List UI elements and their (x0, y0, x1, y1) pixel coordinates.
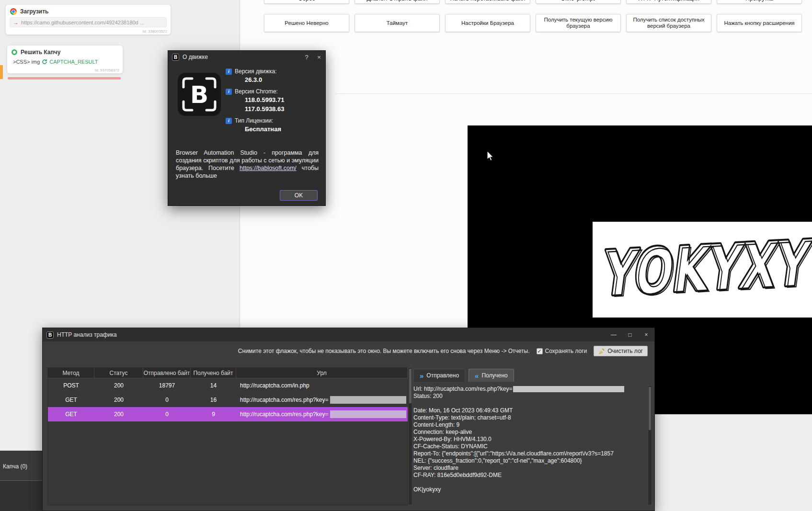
license-type-label: Тип Лицензии: (235, 117, 273, 124)
redacted-api-key (513, 386, 624, 392)
error-indicator-line (8, 77, 121, 79)
app-logo-icon: B (46, 331, 54, 339)
app-logo-icon: B (172, 54, 179, 61)
minimize-button[interactable]: — (606, 328, 622, 341)
action-id-label: Id: 937058372 (95, 68, 119, 72)
captcha-count-label: Капча (0) (3, 463, 27, 470)
column-header-sent-bytes[interactable]: Отправлено байт (143, 368, 191, 378)
clear-log-button[interactable]: Очистить лог (594, 346, 648, 356)
info-icon: i (226, 89, 232, 95)
engine-version-label: Версия движка: (235, 68, 277, 75)
tab-sent[interactable]: » Отправлено (413, 369, 465, 382)
action-id-label: Id: 338003522 (143, 29, 167, 34)
about-engine-dialog: B О движке ? × B i Версия движка: 26.3.0… (168, 50, 326, 206)
redacted-api-key (330, 410, 406, 418)
chevrons-right-icon: » (420, 372, 423, 379)
license-type-value: Бесплатная (226, 125, 321, 133)
action-block-solve-captcha[interactable]: Решить Капчу >CSS> img CAPTCHA_RESULT Id… (7, 45, 123, 74)
panel-divider-horizontal (335, 93, 812, 94)
toolbar-button-browser-settings[interactable]: Настройки Браузера (445, 14, 530, 32)
captcha-text-outline: YOKYXY (599, 229, 812, 311)
http-window-title: HTTP анализ трафика (57, 331, 117, 338)
toolbar-button-timeout[interactable]: Таймаут (355, 14, 440, 32)
tab-received[interactable]: « Получено (469, 369, 514, 382)
http-traffic-window: B HTTP анализ трафика — □ × Снимите этот… (42, 328, 655, 511)
traffic-row-selected[interactable]: GET 200 0 9 http://rucaptcha.com/res.php… (48, 407, 408, 421)
ok-button[interactable]: OK (280, 190, 318, 201)
captcha-result-variable: CAPTCHA_RESULT (49, 59, 98, 65)
info-icon: i (226, 68, 232, 75)
toolbar-button-click-extension[interactable]: Нажать кнопку расширения (717, 14, 802, 32)
hide-window-notice: Снимите этот флажок, чтобы не показывать… (238, 348, 530, 354)
about-dialog-title: О движке (183, 54, 208, 60)
toolbar-button-http-auth[interactable]: HTTP Аутентификация (626, 0, 711, 4)
toolbar-button-drag-file[interactable]: Начать перетаскивать файл (445, 0, 530, 4)
captcha-selector-row[interactable]: >CSS> img CAPTCHA_RESULT (7, 56, 123, 65)
response-details: Url: http://rucaptcha.com/res.php?key= S… (413, 386, 647, 505)
navigate-arrow-icon: → (13, 19, 19, 26)
clear-log-label: Очистить лог (607, 348, 643, 354)
bablosoft-link[interactable]: https://bablosoft.com/ (240, 165, 297, 171)
column-header-url[interactable]: Урл (236, 368, 408, 378)
chrome-icon (10, 8, 17, 15)
toolbar-button-solved-incorrectly[interactable]: Решено Неверно (264, 14, 349, 32)
chrome-version-value-1: 118.0.5993.71 (226, 96, 321, 104)
toolbar-button-open-file-dialog[interactable]: Диалог: Открыть файл (355, 0, 440, 4)
toolbar-row-bottom: Решено Неверно Таймаут Настройки Браузер… (264, 14, 802, 32)
about-description: Browser Automation Studio - программа дл… (176, 149, 319, 180)
left-edge-marker (0, 65, 3, 79)
toolbar-button-get-browser-version[interactable]: Получить текущую версию браузера (536, 14, 621, 32)
bas-logo: B (178, 73, 221, 116)
broom-icon (598, 348, 605, 354)
refresh-icon (42, 59, 47, 65)
help-button[interactable]: ? (300, 51, 313, 63)
load-url-text: https://camo.githubusercontent.com/49242… (21, 20, 144, 25)
captcha-image: YOKYXY YOKYXY (593, 222, 812, 318)
column-header-received-bytes[interactable]: Получено байт (191, 368, 236, 378)
close-button[interactable]: × (313, 51, 325, 63)
traffic-row[interactable]: GET 200 0 16 http://rucaptcha.com/res.ph… (48, 393, 408, 407)
maximize-button[interactable]: □ (622, 328, 638, 341)
response-url: Url: http://rucaptcha.com/res.php?key= (413, 386, 512, 393)
redacted-api-key (330, 396, 406, 404)
toolbar-button-prompt-window[interactable]: Окно 'prompt' (536, 0, 621, 4)
chrome-version-label: Версия Chrome: (235, 88, 278, 95)
action-block-header: Загрузить (6, 5, 171, 15)
action-block-title: Решить Капчу (21, 49, 60, 56)
engine-version-value: 26.3.0 (226, 76, 321, 84)
table-scrollbar[interactable] (408, 367, 412, 505)
info-icon: i (226, 118, 232, 124)
load-url-field[interactable]: → https://camo.githubusercontent.com/492… (10, 17, 167, 27)
checkbox-check-icon: ✓ (537, 348, 543, 354)
response-scrollbar[interactable] (648, 386, 652, 505)
action-block-title: Загрузить (20, 8, 48, 15)
column-header-status[interactable]: Статус (94, 368, 143, 378)
toolbar-row-top: Сброс Диалог: Открыть файл Начать перета… (264, 0, 802, 4)
toolbar-button-get-available-versions[interactable]: Получить список доступных версий браузер… (626, 14, 711, 32)
traffic-table-header: Метод Статус Отправлено байт Получено ба… (48, 368, 408, 378)
logo-letter: B (190, 81, 208, 109)
traffic-row[interactable]: POST 200 18797 14 http://rucaptcha.com/i… (48, 378, 408, 393)
save-logs-label: Сохранять логи (545, 348, 587, 354)
toolbar-button-reset[interactable]: Сброс (264, 0, 349, 4)
close-button[interactable]: × (638, 328, 654, 341)
captcha-icon (11, 49, 17, 55)
toolbar-button-scroll[interactable]: Прокрутка (717, 0, 802, 4)
chevrons-left-icon: « (475, 372, 479, 379)
captcha-selector-text: >CSS> img (13, 59, 40, 65)
save-logs-checkbox[interactable]: ✓ Сохранять логи (537, 348, 587, 354)
http-window-titlebar[interactable]: B HTTP анализ трафика (43, 328, 654, 341)
traffic-table: Метод Статус Отправлено байт Получено ба… (47, 367, 408, 505)
column-header-method[interactable]: Метод (48, 368, 94, 378)
chrome-version-value-2: 117.0.5938.63 (226, 105, 321, 113)
action-block-header: Решить Капчу (7, 45, 123, 56)
bottom-sub-panel (0, 480, 42, 511)
action-block-load[interactable]: Загрузить → https://camo.githubuserconte… (5, 4, 171, 35)
